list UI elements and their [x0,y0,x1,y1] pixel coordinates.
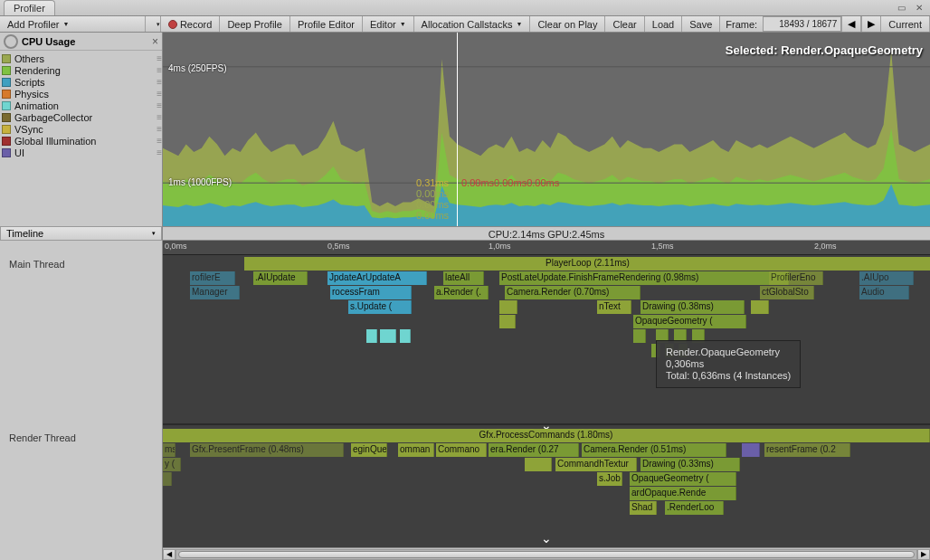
category-rendering[interactable]: Rendering≡ [2,64,160,76]
clear-button[interactable]: Clear [605,16,644,32]
category-animation[interactable]: Animation≡ [2,100,160,111]
profiler-bar[interactable] [400,329,411,343]
drag-handle-icon[interactable]: ≡ [157,53,160,63]
profiler-bar[interactable]: resentFrame (0.2 [764,443,850,457]
profiler-bar[interactable]: nText [597,300,631,314]
profiler-tab[interactable]: Profiler [4,0,55,15]
drag-handle-icon[interactable]: ≡ [157,77,160,87]
profiler-bar[interactable]: Gfx.ProcessCommands (1.80ms) [163,429,930,442]
cpu-chart[interactable]: 4ms (250FPS) 1ms (1000FPS) Selected: Ren… [163,33,930,226]
timeline-tracks[interactable]: ⌄ ⌄ PlayerLoop (2.11ms)rofilerE.AIUpdate… [163,255,930,549]
category-garbagecollector[interactable]: GarbageCollector≡ [2,111,160,123]
save-button[interactable]: Save [682,16,720,32]
scroll-thumb[interactable] [178,551,915,558]
profiler-bar[interactable]: era.Render (0.27 [489,443,579,457]
profiler-bar[interactable]: omman [398,443,434,457]
ruler-tick: 0,5ms [327,242,350,251]
profiler-bar[interactable] [366,329,377,343]
profiler-bar[interactable]: CommandhTextur [555,458,637,471]
profiler-bar[interactable]: Camera.Render (0.70ms) [505,286,641,299]
ruler-tick: 1,0ms [489,242,511,251]
drag-handle-icon[interactable]: ≡ [157,112,160,122]
prev-frame-button[interactable]: ◀ [841,16,861,32]
category-list: Others≡Rendering≡Scripts≡Physics≡Animati… [0,51,162,160]
drag-handle-icon[interactable]: ≡ [157,89,160,99]
profiler-bar[interactable]: PostLateUpdate.FinishFrameRendering (0.9… [499,271,789,285]
close-chart-icon[interactable]: × [152,35,158,48]
profiler-bar[interactable]: rocessFram [330,286,412,299]
main-thread-label: Main Thread [9,259,65,270]
profiler-bar[interactable]: s.Update ( [348,300,412,314]
profiler-bar[interactable]: Drawing (0.38ms) [641,300,745,314]
add-profiler-dropdown[interactable]: Add Profiler▼ [0,16,146,32]
view-mode-dropdown[interactable]: Timeline▾ [0,226,162,241]
profiler-bar[interactable]: ms) [163,443,176,457]
hover-tooltip: Render.OpaqueGeometry 0,306ms Total: 0,6… [656,340,801,388]
profiler-bar[interactable]: JpdateArUpdateA [327,271,427,285]
profiler-bar[interactable]: Drawing (0.33ms) [641,458,740,471]
profiler-bar[interactable]: Gfx.PresentFrame (0.48ms) [190,443,344,457]
allocation-dropdown[interactable]: Allocation Callstacks▼ [414,16,531,32]
current-button[interactable]: Current [881,16,930,32]
editor-dropdown[interactable]: Editor▼ [363,16,414,32]
profiler-bar[interactable]: a.Render (. [434,286,489,299]
hover-values-right: 0.00ms0.00ms0.00ms [461,177,559,189]
profiler-bar[interactable]: rofilerE [190,271,235,285]
expand-down-icon[interactable]: ⌄ [541,531,552,546]
record-button[interactable]: Record [161,16,220,32]
category-others[interactable]: Others≡ [2,52,160,64]
profiler-bar[interactable]: eginQue [351,443,387,457]
profiler-bar[interactable]: ctGlobalSto [760,286,814,299]
scroll-left-button[interactable]: ◀ [163,549,176,560]
scroll-right-button[interactable]: ▶ [917,549,930,560]
profiler-bar[interactable]: OpaqueGeometry ( [630,472,736,486]
profiler-bar[interactable] [499,300,517,314]
profiler-bar[interactable]: Audio [859,286,909,299]
profiler-bar[interactable]: Manager [190,286,240,299]
profiler-bar[interactable]: .AIUpo [859,271,914,285]
profiler-bar[interactable]: .RenderLoo [665,501,724,515]
profiler-bar[interactable]: ProfilerEno [769,271,823,285]
profiler-bar[interactable]: s.Job [597,472,622,486]
profiler-bar[interactable] [499,315,516,328]
drag-handle-icon[interactable]: ≡ [157,124,160,134]
profiler-bar[interactable]: lateAll [443,271,484,285]
drag-handle-icon[interactable]: ≡ [157,65,160,75]
time-ruler[interactable]: 0,0ms0,5ms1,0ms1,5ms2,0ms [163,241,930,255]
toolbar-dropdown[interactable]: ▾ [146,16,161,32]
load-button[interactable]: Load [645,16,682,32]
frame-counter: 18493 / 18677 [763,16,841,32]
category-scripts[interactable]: Scripts≡ [2,76,160,88]
profiler-bar[interactable]: PlayerLoop (2.11ms) [244,257,930,271]
next-frame-button[interactable]: ▶ [861,16,881,32]
profiler-bar[interactable] [163,472,172,486]
profiler-bar[interactable]: Commano [436,443,487,457]
profiler-bar[interactable]: OpaqueGeometry ( [633,315,746,328]
profile-editor-button[interactable]: Profile Editor [290,16,363,32]
profiler-bar[interactable] [380,329,396,343]
profiler-bar[interactable] [751,300,769,314]
cpu-usage-header[interactable]: CPU Usage × [0,33,162,51]
profiler-bar[interactable] [525,458,552,471]
profiler-bar[interactable] [633,329,646,343]
record-icon [168,20,177,29]
profiler-bar[interactable]: Camera.Render (0.51ms) [582,443,726,457]
profiler-bar[interactable] [742,443,760,457]
category-physics[interactable]: Physics≡ [2,88,160,100]
profiler-bar[interactable]: .AIUpdate [253,271,308,285]
clear-on-play-button[interactable]: Clear on Play [530,16,605,32]
category-global-illumination[interactable]: Global Illumination≡ [2,135,160,147]
horizontal-scrollbar[interactable]: ◀ ▶ [163,547,930,560]
deep-profile-button[interactable]: Deep Profile [220,16,290,32]
window-controls[interactable]: ▭ ✕ [897,3,926,13]
4ms-line-label: 4ms (250FPS) [168,63,226,73]
category-vsync[interactable]: VSync≡ [2,123,160,135]
category-ui[interactable]: UI≡ [2,147,160,158]
profiler-bar[interactable]: Shad [630,501,657,515]
drag-handle-icon[interactable]: ≡ [157,136,160,146]
profiler-bar[interactable]: y ( [163,458,181,471]
drag-handle-icon[interactable]: ≡ [157,100,160,110]
drag-handle-icon[interactable]: ≡ [157,147,160,157]
frame-cursor[interactable] [457,33,458,226]
profiler-bar[interactable]: ardOpaque.Rende [630,487,736,500]
